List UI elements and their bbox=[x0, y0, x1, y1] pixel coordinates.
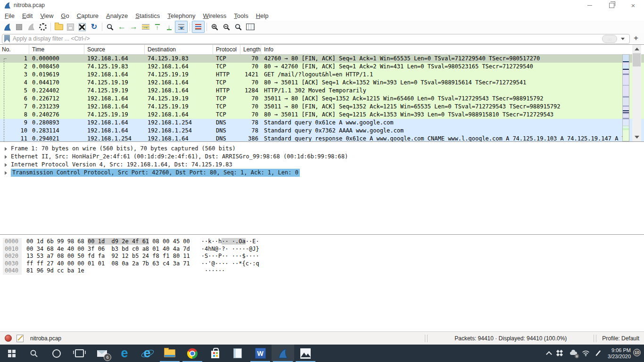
scroll-down-icon[interactable] bbox=[635, 136, 639, 139]
go-to-packet-icon[interactable]: → bbox=[140, 21, 151, 33]
add-filter-button[interactable]: + bbox=[630, 33, 642, 44]
open-file-icon[interactable] bbox=[53, 21, 65, 33]
intelligent-scrollbar-minimap[interactable] bbox=[622, 54, 629, 141]
go-first-packet-icon[interactable]: ↑ bbox=[151, 21, 163, 33]
chevron-right-icon[interactable] bbox=[5, 147, 7, 151]
close-button[interactable]: × bbox=[622, 0, 644, 10]
microsoft-store-icon[interactable] bbox=[204, 345, 226, 362]
packet-row[interactable]: 110.294021192.168.1.254192.168.1.64DNS38… bbox=[0, 135, 644, 142]
menu-tools[interactable]: Tools bbox=[230, 11, 252, 20]
menu-capture[interactable]: Capture bbox=[73, 11, 102, 20]
packet-row[interactable]: 50.22440274.125.19.19192.168.1.64HTTP128… bbox=[0, 87, 644, 95]
go-forward-icon[interactable]: → bbox=[128, 21, 140, 33]
hex-row[interactable]: 0040 81 96 9d cc ba 1e ······ bbox=[3, 267, 644, 275]
column-header-no[interactable]: No. bbox=[0, 45, 29, 54]
packet-row[interactable]: 70.231239192.168.1.6474.125.19.19TCP7035… bbox=[0, 103, 644, 111]
apply-filter-button[interactable]: → bbox=[602, 35, 617, 43]
scrollbar-thumb[interactable] bbox=[633, 53, 641, 66]
pen-icon[interactable] bbox=[592, 345, 604, 362]
packet-row[interactable]: 100.283114192.168.1.64192.168.1.254DNS78… bbox=[0, 127, 644, 135]
wifi-icon[interactable] bbox=[579, 345, 592, 362]
packet-row[interactable]: 60.226712192.168.1.6474.125.19.19TCP7035… bbox=[0, 95, 644, 103]
go-last-packet-icon[interactable]: ↓ bbox=[163, 21, 175, 33]
zoom-out-icon[interactable] bbox=[221, 21, 232, 33]
photos-icon[interactable] bbox=[294, 345, 317, 362]
internet-explorer-icon[interactable]: e bbox=[136, 345, 158, 362]
hex-row[interactable]: 0020 13 53 a7 08 00 50 fd fa 92 12 b5 24… bbox=[3, 253, 644, 260]
packet-row[interactable]: 30.019619192.168.1.6474.125.19.19HTTP142… bbox=[0, 71, 644, 79]
chevron-right-icon[interactable] bbox=[5, 155, 7, 159]
onedrive-paused-icon[interactable] bbox=[567, 345, 579, 362]
close-file-icon[interactable] bbox=[76, 21, 88, 33]
ascii-highlight: ·· ·.Oa bbox=[222, 238, 246, 245]
chevron-right-icon[interactable] bbox=[5, 171, 7, 175]
restart-capture-icon[interactable] bbox=[25, 21, 37, 33]
find-packet-icon[interactable] bbox=[104, 21, 116, 33]
file-explorer-icon[interactable] bbox=[158, 345, 181, 362]
edge-icon[interactable]: e bbox=[113, 345, 136, 362]
expert-info-icon[interactable] bbox=[5, 335, 12, 342]
column-header-protocol[interactable]: Protocol bbox=[213, 45, 240, 54]
column-header-source[interactable]: Source bbox=[84, 45, 145, 54]
auto-scroll-toggle[interactable] bbox=[175, 21, 188, 33]
colorize-toggle[interactable] bbox=[192, 21, 205, 33]
detail-row-ip[interactable]: Internet Protocol Version 4, Src: 192.16… bbox=[0, 161, 644, 169]
cortana-icon[interactable] bbox=[45, 345, 68, 362]
packet-row[interactable]: 20.00845074.125.19.83192.168.1.64TCP7080… bbox=[0, 63, 644, 71]
packet-row[interactable]: 10.000000192.168.1.6474.125.19.83TCP7042… bbox=[0, 55, 644, 63]
detail-row-tcp-selected[interactable]: Transmission Control Protocol, Src Port:… bbox=[0, 169, 644, 177]
menu-statistics[interactable]: Statistics bbox=[132, 11, 164, 20]
zoom-in-icon[interactable] bbox=[209, 21, 221, 33]
cell-source: 192.168.1.64 bbox=[84, 71, 145, 79]
tray-expand-icon[interactable] bbox=[543, 345, 555, 362]
wireshark-taskbar-icon[interactable] bbox=[272, 345, 294, 362]
save-file-icon[interactable] bbox=[65, 21, 76, 33]
menu-view[interactable]: View bbox=[36, 11, 57, 20]
menu-go[interactable]: Go bbox=[57, 11, 73, 20]
column-header-time[interactable]: Time bbox=[29, 45, 84, 54]
chrome-icon[interactable] bbox=[181, 345, 204, 362]
profile-status[interactable]: Profile: Default bbox=[596, 335, 644, 342]
capture-options-icon[interactable] bbox=[37, 21, 49, 33]
menu-telephony[interactable]: Telephony bbox=[164, 11, 199, 20]
stop-capture-icon[interactable] bbox=[13, 21, 25, 33]
minimize-button[interactable] bbox=[579, 0, 601, 10]
dropbox-icon[interactable] bbox=[555, 345, 567, 362]
reload-file-icon[interactable]: ↻ bbox=[88, 21, 100, 33]
detail-row-frame[interactable]: Frame 1: 70 bytes on wire (560 bits), 70… bbox=[0, 145, 644, 153]
column-header-destination[interactable]: Destination bbox=[145, 45, 213, 54]
capture-comment-icon[interactable] bbox=[17, 335, 24, 342]
filter-dropdown-icon[interactable] bbox=[621, 38, 625, 40]
restore-button[interactable] bbox=[601, 0, 622, 10]
task-view-icon[interactable] bbox=[68, 345, 91, 362]
column-header-length[interactable]: Length bbox=[240, 45, 261, 54]
word-icon[interactable]: W bbox=[249, 345, 272, 362]
scroll-up-icon[interactable] bbox=[635, 48, 639, 50]
start-capture-icon[interactable] bbox=[1, 21, 13, 33]
filter-bookmark-icon[interactable] bbox=[4, 35, 10, 42]
hex-row[interactable]: 0030 ff ff 27 40 00 00 01 01 08 0a 2a 7b… bbox=[3, 260, 644, 268]
menu-edit[interactable]: Edit bbox=[18, 11, 36, 20]
notepad-icon[interactable] bbox=[226, 345, 249, 362]
vertical-scrollbar[interactable] bbox=[632, 45, 641, 141]
chevron-right-icon[interactable] bbox=[5, 163, 7, 167]
start-button[interactable] bbox=[0, 345, 23, 362]
menu-wireless[interactable]: Wireless bbox=[199, 11, 231, 20]
menu-help[interactable]: Help bbox=[252, 11, 272, 20]
mail-icon[interactable]: 6 bbox=[91, 345, 113, 362]
menu-analyze[interactable]: Analyze bbox=[102, 11, 132, 20]
taskbar-clock[interactable]: 9:06 PM 3/23/2020 bbox=[604, 347, 636, 360]
search-icon[interactable] bbox=[23, 345, 45, 362]
detail-row-ethernet[interactable]: Ethernet II, Src: HonHaiPr_2e:4f:61 (00:… bbox=[0, 153, 644, 161]
go-back-icon[interactable]: ← bbox=[116, 21, 128, 33]
hex-row[interactable]: 0010 00 34 68 4e 40 00 3f 06 b3 bd c0 a8… bbox=[3, 246, 644, 253]
zoom-100-icon[interactable] bbox=[232, 21, 244, 33]
hex-row[interactable]: 0000 00 1d 6b 99 98 68 00 1d d9 2e 4f 61… bbox=[3, 238, 644, 246]
resize-columns-icon[interactable] bbox=[244, 21, 256, 33]
packet-row[interactable]: 40.04417074.125.19.19192.168.1.64TCP7080… bbox=[0, 79, 644, 87]
display-filter-input[interactable]: Apply a display filter ... <Ctrl-/> → bbox=[2, 34, 630, 44]
packet-row[interactable]: 80.24027674.125.19.19192.168.1.64TCP7080… bbox=[0, 111, 644, 119]
menu-file[interactable]: File bbox=[1, 11, 18, 20]
column-header-info[interactable]: Info bbox=[261, 45, 644, 54]
packet-row[interactable]: 90.280893192.168.1.64192.168.1.254DNS78S… bbox=[0, 119, 644, 127]
